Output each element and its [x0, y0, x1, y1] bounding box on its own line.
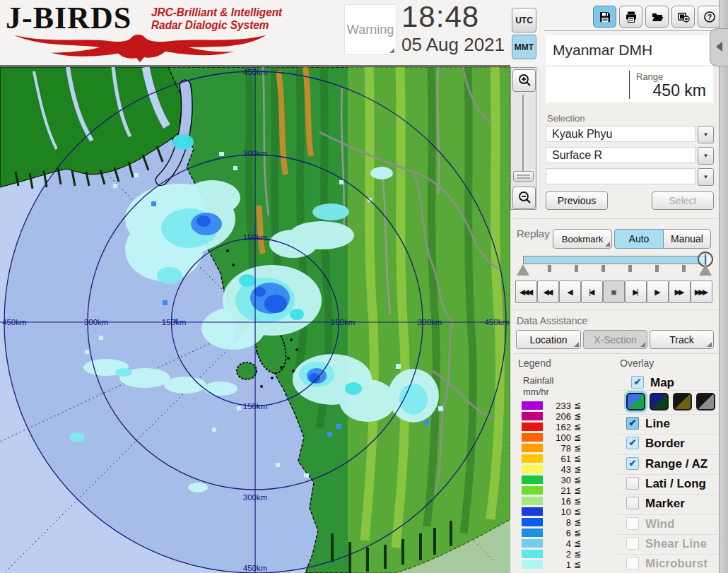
app-logo-title: J-BIRDS [6, 0, 131, 36]
zoom-in-icon [517, 73, 532, 88]
legend-suffix: ≦ [574, 507, 581, 516]
track-button[interactable]: Track [650, 330, 714, 349]
divider [513, 218, 718, 219]
stop-button[interactable]: ■ [603, 280, 625, 303]
legend-swatch [522, 433, 543, 442]
corner-triangle-icon [640, 342, 645, 347]
clock-time: 18:48 [401, 0, 479, 34]
help-icon: ? [703, 11, 716, 23]
zoom-in-button[interactable] [512, 69, 536, 92]
checkbox-icon[interactable]: ✔ [626, 537, 639, 550]
replay-label: Replay [517, 228, 550, 240]
legend-swatch [522, 518, 543, 526]
location-button[interactable]: Location [516, 330, 581, 349]
checkbox-icon[interactable]: ✔ [626, 477, 639, 490]
legend-value: 10 [543, 507, 571, 517]
rewind-fast-button[interactable]: ◀◀◀ [515, 280, 537, 303]
legend-unit-line1: Rainfall [523, 375, 553, 386]
legend-value: 162 [543, 422, 571, 432]
legend-row: 10≦ [522, 507, 589, 516]
svg-text:300km: 300km [243, 493, 268, 502]
open-folder-button[interactable] [645, 6, 669, 28]
overlay-item-label: Border [645, 437, 685, 451]
map-style-3[interactable] [673, 393, 692, 410]
product-dropdown-arrow[interactable]: ▼ [698, 147, 714, 165]
legend-row: 100≦ [522, 433, 589, 442]
select-button[interactable]: Select [652, 191, 714, 210]
product-dropdown[interactable]: Surface R [546, 147, 695, 163]
checkbox-icon[interactable]: ✔ [626, 557, 639, 569]
checkbox-icon[interactable]: ✔ [626, 517, 639, 530]
range-value: 450 km [653, 81, 706, 100]
previous-button[interactable]: Previous [546, 191, 608, 210]
map-style-1[interactable] [626, 393, 645, 410]
legend-suffix: ≦ [574, 464, 581, 474]
legend-suffix: ≦ [574, 528, 581, 538]
forward-button[interactable]: ▶▶ [669, 280, 691, 303]
rewind-button[interactable]: ◀◀ [537, 280, 559, 303]
legend-value: 100 [543, 432, 571, 443]
save-button[interactable] [593, 6, 616, 28]
playback-controls: ◀◀◀ ◀◀ ◀ |◀ ■ ▶| ▶ ▶▶ ▶▶▶ [515, 280, 712, 303]
print-button[interactable] [619, 6, 642, 28]
slider-end-marker[interactable] [699, 264, 712, 276]
legend-value: 4 [543, 538, 571, 549]
bookmark-label: Bookmark [562, 234, 604, 244]
checkbox-icon[interactable]: ✔ [626, 417, 639, 430]
timezone-utc-button[interactable]: UTC [512, 8, 536, 33]
legend-value: 2 [543, 549, 571, 560]
extra-dropdown-arrow[interactable]: ▼ [698, 168, 714, 186]
site-dropdown[interactable]: Kyauk Phyu [546, 126, 695, 142]
panel-collapse-strip[interactable] [719, 0, 728, 573]
legend-unit-line2: mm/hr [523, 386, 549, 397]
replay-slider-track[interactable] [523, 256, 707, 264]
play-reverse-button[interactable]: ◀ [559, 280, 581, 303]
legend-suffix: ≦ [574, 549, 581, 559]
radar-map[interactable]: 450km 300km 150km 150km 300km 450km 450k… [0, 67, 510, 573]
legend-value: 8 [543, 517, 571, 528]
check-icon: ✔ [629, 418, 637, 428]
timezone-mmt-button[interactable]: MMT [512, 35, 536, 59]
slider-start-marker[interactable] [517, 264, 529, 276]
svg-text:300km: 300km [418, 318, 442, 326]
checkbox-icon[interactable]: ✔ [626, 457, 639, 470]
legend-swatch [522, 454, 543, 463]
warning-label: Warning [347, 23, 394, 37]
zoom-out-button[interactable] [512, 187, 536, 209]
checkbox-icon[interactable]: ✔ [631, 376, 644, 389]
legend-value: 43 [543, 464, 571, 475]
map-style-2[interactable] [650, 393, 669, 410]
checkbox-icon[interactable]: ✔ [626, 437, 639, 449]
zoom-slider-thumb[interactable] [513, 171, 534, 182]
legend-value: 78 [543, 443, 571, 454]
svg-text:450km: 450km [243, 68, 268, 76]
map-style-4[interactable] [696, 393, 715, 410]
play-button[interactable]: ▶ [647, 280, 669, 303]
step-back-button[interactable]: |◀ [581, 280, 603, 303]
legend-suffix: ≦ [574, 517, 581, 527]
panel-collapse-tab[interactable] [710, 28, 728, 66]
zoom-slider-track[interactable] [522, 95, 524, 172]
legend-row: 1≦ [522, 560, 589, 569]
replay-auto-button[interactable]: Auto [614, 229, 664, 249]
legend-row: 6≦ [522, 528, 589, 538]
forward-fast-button[interactable]: ▶▶▶ [691, 280, 712, 303]
overlay-item-label: Range / AZ [645, 457, 708, 471]
replay-manual-button[interactable]: Manual [663, 229, 711, 249]
checkbox-icon[interactable]: ✔ [626, 497, 639, 509]
capture-button[interactable] [671, 6, 695, 28]
legend-swatch [522, 465, 543, 473]
svg-text:150km: 150km [331, 318, 356, 326]
site-dropdown-arrow[interactable]: ▼ [698, 126, 714, 143]
clock-date: 05 Aug 2021 [401, 34, 505, 56]
warning-button[interactable]: Warning [344, 4, 397, 55]
legend-row: 78≦ [522, 444, 589, 453]
divider [513, 309, 718, 310]
help-button[interactable]: ? [698, 6, 721, 28]
xsection-button[interactable]: X-Section [583, 330, 647, 349]
legend-value: 30 [543, 475, 571, 485]
legend-row: 8≦ [522, 518, 589, 527]
extra-dropdown[interactable] [546, 168, 695, 184]
step-forward-button[interactable]: ▶| [625, 280, 647, 303]
bookmark-button[interactable]: Bookmark [553, 229, 612, 249]
